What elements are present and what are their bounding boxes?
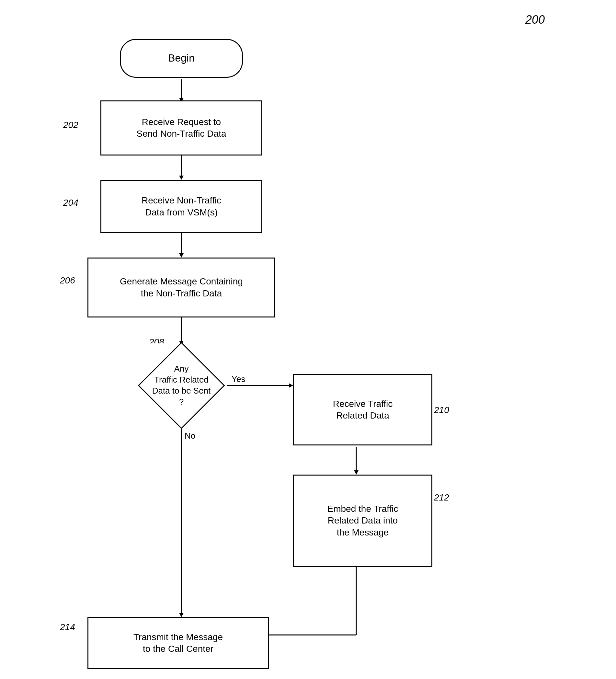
step-label-206: 206 — [60, 276, 75, 286]
box-214-label: Transmit the Messageto the Call Center — [133, 632, 223, 655]
step-label-210: 210 — [434, 405, 449, 415]
box-206-label: Generate Message Containingthe Non-Traff… — [120, 276, 243, 299]
box-202: Receive Request toSend Non-Traffic Data — [100, 100, 262, 156]
box-210: Receive TrafficRelated Data — [293, 374, 432, 446]
diagram-container: 200 Begin 202 Re — [0, 0, 616, 679]
box-204: Receive Non-TrafficData from VSM(s) — [100, 180, 262, 233]
svg-marker-9 — [289, 383, 293, 388]
box-214: Transmit the Messageto the Call Center — [88, 617, 269, 669]
begin-label: Begin — [168, 52, 195, 65]
step-label-212: 212 — [434, 492, 449, 503]
svg-marker-11 — [354, 471, 359, 475]
step-label-214: 214 — [60, 622, 75, 632]
box-202-label: Receive Request toSend Non-Traffic Data — [136, 116, 226, 140]
step-label-202: 202 — [63, 120, 78, 130]
begin-node: Begin — [120, 39, 243, 78]
box-212-label: Embed the TrafficRelated Data intothe Me… — [327, 503, 398, 539]
diamond-208-text: AnyTraffic RelatedData to be Sent? — [149, 360, 214, 411]
diagram-number: 200 — [525, 13, 545, 27]
box-204-label: Receive Non-TrafficData from VSM(s) — [141, 195, 221, 218]
svg-marker-16 — [179, 613, 184, 617]
diamond-208: AnyTraffic RelatedData to be Sent? — [139, 344, 224, 428]
box-212: Embed the TrafficRelated Data intothe Me… — [293, 475, 432, 567]
box-210-label: Receive TrafficRelated Data — [333, 398, 393, 422]
no-label: No — [185, 431, 195, 441]
step-label-204: 204 — [63, 198, 78, 208]
svg-marker-5 — [179, 253, 184, 258]
yes-label: Yes — [232, 374, 245, 384]
svg-marker-3 — [179, 175, 184, 180]
connector-svg — [0, 0, 616, 679]
box-206: Generate Message Containingthe Non-Traff… — [88, 258, 275, 318]
